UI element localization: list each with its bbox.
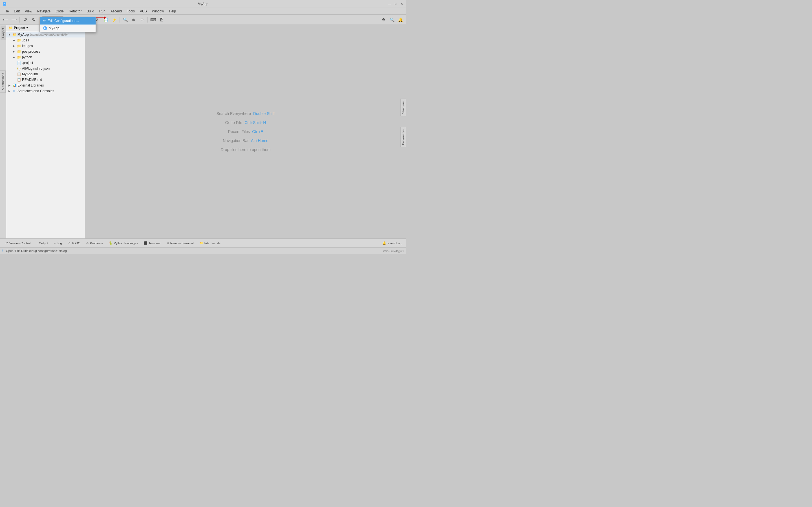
notifications-button[interactable]: 🔔 (396, 16, 404, 24)
python-packages-tab[interactable]: 🐍 Python Packages (107, 240, 141, 246)
menu-build[interactable]: Build (84, 9, 96, 14)
hint-goto-key: Ctrl+Shift+N (245, 120, 266, 125)
todo-tab[interactable]: ☑ TODO (65, 240, 83, 246)
terminal-tab[interactable]: ⬛ Terminal (141, 240, 163, 246)
menu-help[interactable]: Help (167, 9, 178, 14)
hint-goto: Go to File Ctrl+Shift+N (225, 120, 266, 125)
menu-refactor[interactable]: Refactor (66, 9, 84, 14)
menu-navigate[interactable]: Navigate (35, 9, 53, 14)
menu-vcs[interactable]: VCS (138, 9, 149, 14)
remote-terminal-label: Remote Terminal (170, 241, 194, 245)
event-log-tab[interactable]: 🔔 Event Log (380, 240, 404, 246)
output-tab[interactable]: ↑ Output (34, 241, 50, 246)
problems-icon: ⚠ (86, 241, 89, 245)
edit-configurations-label: Edit Configurations... (48, 19, 79, 23)
hint-search-text: Search Everywhere (217, 111, 251, 116)
structure-tab-label: Structure (401, 101, 405, 114)
external-libs-item[interactable]: ▶ 📊 External Libraries (6, 82, 85, 88)
postprocess-folder-item[interactable]: ▶ 📁 postprocess (6, 49, 85, 54)
readme-item[interactable]: ▶ 📋 README.md (6, 77, 85, 82)
terminal-button[interactable]: ⌨ (149, 16, 157, 24)
config-dropdown-menu: ✏ Edit Configurations... MyApp (40, 17, 96, 32)
idea-folder-icon: 📁 (17, 38, 21, 43)
structure-tab[interactable]: Structure (400, 99, 406, 116)
menu-view[interactable]: View (22, 9, 35, 14)
main-layout: Project 📁 Project ▾ ▾ 📂 MyApp D:\codes\p… (0, 25, 406, 238)
myapp-config-label: MyApp (49, 26, 59, 30)
extlibs-icon: 📊 (12, 83, 17, 88)
hint-navbar: Navigation Bar Alt+Home (223, 138, 268, 143)
menu-run[interactable]: Run (97, 9, 108, 14)
myapp-config-item[interactable]: MyApp (40, 24, 96, 32)
idea-expand-icon: ▶ (12, 38, 16, 42)
hint-dropfiles: Drop files here to open them (221, 148, 271, 152)
python-label: python (22, 55, 32, 59)
allplugins-file-item[interactable]: ▶ { } AllPluginsInfo.json (6, 66, 85, 71)
menu-window[interactable]: Window (150, 9, 166, 14)
database-button[interactable]: 🗄 (158, 16, 165, 24)
images-folder-item[interactable]: ▶ 📁 images (6, 43, 85, 49)
maximize-button[interactable]: □ (394, 2, 397, 6)
postprocess-expand-icon: ▶ (12, 50, 16, 54)
undo-button[interactable]: ↺ (21, 16, 29, 24)
scratches-expand-icon: ▶ (7, 89, 11, 93)
back-button[interactable]: ⟵ (2, 16, 10, 24)
project-tab[interactable]: Project (1, 26, 6, 40)
idea-label: .idea (22, 38, 29, 42)
images-folder-icon: 📁 (17, 44, 21, 48)
scratches-item[interactable]: ▶ ✏ Scratches and Consoles (6, 88, 85, 94)
global-search-button[interactable]: 🔍 (388, 16, 396, 24)
extlibs-expand-icon: ▶ (7, 83, 11, 88)
file-transfer-tab[interactable]: 📁 File Transfer (197, 240, 224, 246)
settings-button[interactable]: ⚙ (379, 16, 387, 24)
force-run-button[interactable]: ⚡ (110, 16, 118, 24)
python-folder-icon: 📁 (17, 55, 21, 59)
problems-tab[interactable]: ⚠ Problems (84, 240, 105, 246)
myapp-iml-item[interactable]: ▶ 📋 MyApp.iml (6, 71, 85, 77)
title-bar-left: P (2, 2, 7, 6)
menu-edit[interactable]: Edit (11, 9, 22, 14)
hint-navbar-text: Navigation Bar (223, 138, 249, 143)
images-expand-icon: ▶ (12, 44, 16, 48)
file-transfer-label: File Transfer (204, 241, 222, 245)
images-label: images (22, 44, 33, 48)
root-item[interactable]: ▾ 📂 MyApp D:\codes\python\Ascend\My/ (6, 32, 85, 38)
search-button[interactable]: 🔍 (121, 16, 129, 24)
project-file-item[interactable]: ▶ 📄 .project (6, 60, 85, 66)
minimize-button[interactable]: — (387, 2, 391, 6)
log-tab[interactable]: ≡ Log (52, 241, 64, 246)
version-control-tab[interactable]: ⎇ Version Control (2, 240, 33, 246)
status-bar: ℹ Open 'Edit Run/Debug configurations' d… (0, 247, 406, 253)
readme-icon: 📋 (17, 77, 21, 82)
title-text: MyApp (198, 2, 208, 6)
root-folder-icon: 📂 (12, 33, 17, 37)
automi-tab[interactable]: Automations (0, 70, 6, 93)
close-button[interactable]: ✕ (400, 2, 404, 6)
menu-ascend[interactable]: Ascend (108, 9, 124, 14)
root-expand-icon: ▾ (7, 33, 11, 37)
zoom-out-button[interactable]: ⊖ (138, 16, 146, 24)
editor-area: Search Everywhere Double Shift Go to Fil… (85, 25, 406, 238)
log-icon: ≡ (54, 241, 56, 245)
remote-terminal-tab[interactable]: 🖥 Remote Terminal (164, 241, 196, 246)
python-folder-item[interactable]: ▶ 📁 python (6, 54, 85, 60)
scratches-icon: ✏ (12, 89, 17, 93)
zoom-in-button[interactable]: ⊕ (130, 16, 138, 24)
edit-configurations-item[interactable]: ✏ Edit Configurations... (40, 17, 96, 24)
menu-tools[interactable]: Tools (125, 9, 137, 14)
allplugins-label: AllPluginsInfo.json (22, 66, 50, 70)
terminal-label: Terminal (149, 241, 160, 245)
redo-button[interactable]: ↻ (30, 16, 38, 24)
app-icon: P (2, 2, 7, 6)
idea-folder-item[interactable]: ▶ 📁 .idea (6, 38, 85, 43)
forward-button[interactable]: ⟶ (10, 16, 18, 24)
file-transfer-icon: 📁 (199, 241, 203, 245)
menu-code[interactable]: Code (53, 9, 66, 14)
bookmarks-tab[interactable]: Bookmarks (400, 127, 406, 148)
bottom-toolbar: ⎇ Version Control ↑ Output ≡ Log ☑ TODO … (0, 238, 406, 247)
hint-recent-key: Ctrl+E (252, 129, 263, 134)
bottom-right: 🔔 Event Log (380, 240, 404, 246)
menu-file[interactable]: File (1, 9, 11, 14)
python-packages-icon: 🐍 (109, 241, 113, 245)
event-log-label: Event Log (387, 241, 401, 245)
